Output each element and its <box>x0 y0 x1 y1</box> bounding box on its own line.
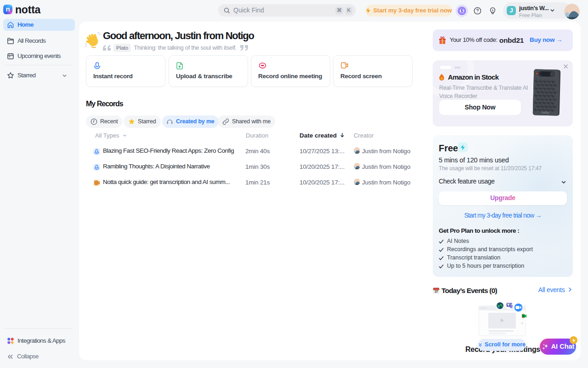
svg-text:notta: notta <box>541 110 549 115</box>
svg-text:17: 17 <box>435 290 438 293</box>
